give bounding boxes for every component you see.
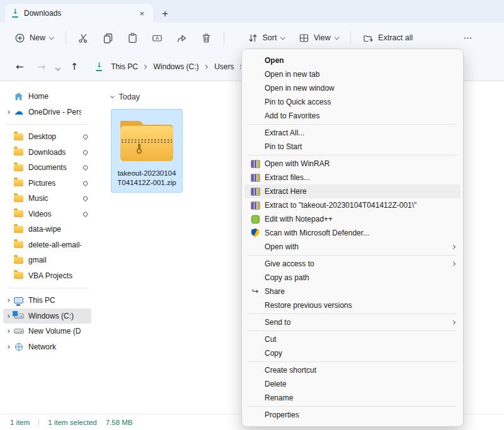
menu-item-extract-to-takeout-20230104t041412z-001[interactable]: Extract to "takeout-20230104T041412Z-001… (244, 198, 461, 212)
expand-chevron-icon[interactable] (4, 346, 13, 348)
delete-button[interactable] (195, 28, 217, 48)
expand-chevron-icon[interactable] (4, 274, 13, 277)
sidebar-item-network[interactable]: ☁ Network (3, 339, 91, 355)
sidebar-item-desktop[interactable]: ☁ Desktop (3, 129, 91, 145)
recent-locations-button[interactable] (54, 59, 62, 76)
up-button[interactable]: ↑ (65, 59, 84, 76)
menu-item-open-with-winrar[interactable]: Open with WinRAR (244, 157, 461, 171)
expand-chevron-icon[interactable] (4, 213, 13, 215)
new-button[interactable]: New (9, 28, 59, 48)
tab-downloads[interactable]: Downloads × (5, 4, 153, 23)
menu-item-icon (250, 300, 260, 310)
more-ellipsis-icon (462, 33, 473, 43)
extract-all-label: Extract all (378, 33, 413, 42)
sidebar-item-documents[interactable]: ☁ Documents (3, 160, 91, 176)
expand-chevron-icon[interactable] (4, 135, 13, 138)
expand-chevron-icon[interactable] (4, 197, 13, 200)
expand-chevron-icon[interactable] (4, 330, 13, 332)
expand-chevron-icon[interactable] (4, 259, 13, 261)
expand-chevron-icon[interactable] (4, 299, 13, 302)
menu-item-extract-files[interactable]: Extract files... (244, 171, 461, 184)
sidebar-item-this-pc[interactable]: ☁ This PC (3, 293, 91, 308)
expand-chevron-icon[interactable] (4, 228, 13, 230)
folder-icon (14, 226, 23, 233)
context-menu-separator (248, 314, 457, 314)
sidebar-item-icon: ☁ (13, 239, 25, 250)
breadcrumb-item-users[interactable]: Users (211, 60, 245, 74)
menu-item-restore-previous-versions[interactable]: Restore previous versions (244, 298, 461, 312)
sidebar-item-delete-all-email-mess[interactable]: ☁ delete-all-email-mess (3, 237, 91, 253)
copy-button[interactable] (97, 28, 119, 48)
pin-icon (81, 181, 89, 186)
pin-icon (81, 135, 89, 139)
expand-chevron-icon[interactable] (4, 95, 13, 98)
menu-item-open-with[interactable]: Open with (244, 240, 461, 254)
menu-item-rename[interactable]: Rename (244, 391, 461, 405)
sidebar-item-icon: ☁ (13, 91, 25, 102)
sidebar-item-windows-c[interactable]: ☁ Windows (C:) (3, 308, 91, 324)
menu-item-edit-with-notepad[interactable]: Edit with Notepad++ (244, 212, 461, 226)
expand-chevron-icon[interactable] (4, 166, 13, 169)
menu-item-copy[interactable]: Copy (244, 346, 461, 360)
menu-item-properties[interactable]: Properties (244, 408, 461, 422)
expand-chevron-icon[interactable] (4, 244, 13, 246)
menu-item-icon (250, 69, 260, 79)
rename-button[interactable]: A (146, 28, 168, 48)
toolbar-divider (350, 31, 351, 45)
share-button[interactable] (171, 28, 193, 48)
menu-item-create-shortcut[interactable]: Create shortcut (244, 363, 461, 377)
menu-item-extract-here[interactable]: Extract Here (244, 184, 461, 198)
menu-item-label: Give access to (265, 259, 447, 268)
menu-item-open-in-new-tab[interactable]: Open in new tab (244, 67, 461, 81)
sidebar-item-music[interactable]: ☁ Music (3, 191, 91, 207)
back-button[interactable]: ← (10, 59, 30, 76)
sidebar-item-home[interactable]: ☁ Home (3, 89, 91, 105)
expand-chevron-icon[interactable] (4, 151, 13, 154)
sort-button[interactable]: Sort (242, 28, 290, 48)
menu-item-pin-to-start[interactable]: Pin to Start (244, 140, 461, 154)
sidebar-item-vba-projects[interactable]: ☁ VBA Projects (3, 268, 91, 284)
menu-item-give-access-to[interactable]: Give access to (244, 257, 461, 271)
sidebar-item-label: Documents (28, 163, 81, 172)
sidebar-item-videos[interactable]: ☁ Videos (3, 207, 91, 222)
expand-chevron-icon[interactable] (4, 111, 13, 113)
breadcrumb-item-windows-c[interactable]: Windows (C:) (151, 60, 210, 74)
menu-item-open-in-new-window[interactable]: Open in new window (244, 81, 461, 95)
file-tile-zip[interactable]: takeout-20230104T041412Z-001.zip (111, 109, 183, 193)
expand-chevron-icon[interactable] (4, 315, 13, 317)
menu-item-label: Share (265, 287, 447, 296)
windows-drive-icon (14, 314, 24, 319)
expand-chevron-icon[interactable] (4, 182, 13, 184)
breadcrumb-label: Users (214, 62, 234, 71)
menu-item-extract-all[interactable]: Extract All... (244, 126, 461, 140)
menu-item-label: Cut (265, 335, 447, 344)
menu-item-send-to[interactable]: Send to (244, 315, 461, 329)
menu-item-share[interactable]: Share (244, 285, 461, 298)
sidebar-item-label: Downloads (28, 148, 81, 157)
tab-close-icon[interactable]: × (137, 9, 147, 18)
sidebar-item-pictures[interactable]: ☁ Pictures (3, 176, 91, 191)
paste-button[interactable] (122, 28, 144, 48)
menu-item-add-to-favorites[interactable]: Add to Favorites (244, 109, 461, 123)
breadcrumb-item-this-pc[interactable]: This PC (108, 60, 149, 74)
menu-item-open[interactable]: Open (244, 54, 461, 67)
sidebar-item-data-wipe[interactable]: ☁ data-wipe (3, 222, 91, 237)
sidebar-item-gmail[interactable]: ☁ gmail (3, 252, 91, 268)
menu-item-copy-as-path[interactable]: Copy as path (244, 271, 461, 285)
new-tab-button[interactable]: + (162, 8, 168, 19)
chevron-right-icon (142, 65, 146, 69)
sidebar-item-new-volume-d[interactable]: ☁ New Volume (D:) (3, 324, 91, 339)
menu-item-pin-to-quick-access[interactable]: Pin to Quick access (244, 95, 461, 109)
menu-item-scan-with-microsoft-defender[interactable]: Scan with Microsoft Defender... (244, 226, 461, 240)
sidebar-item-downloads[interactable]: ☁ Downloads (3, 145, 91, 161)
cut-button[interactable] (72, 28, 94, 48)
menu-item-icon (250, 242, 260, 252)
menu-item-icon (250, 348, 260, 358)
view-button[interactable]: View (293, 28, 344, 48)
more-options-button[interactable] (457, 28, 479, 48)
menu-item-cut[interactable]: Cut (244, 332, 461, 346)
forward-button[interactable]: → (32, 59, 52, 76)
menu-item-delete[interactable]: Delete (244, 377, 461, 391)
sidebar-item-onedrive-personal[interactable]: ☁ OneDrive - Personal (3, 105, 91, 120)
extract-all-button[interactable]: Extract all (357, 28, 418, 48)
